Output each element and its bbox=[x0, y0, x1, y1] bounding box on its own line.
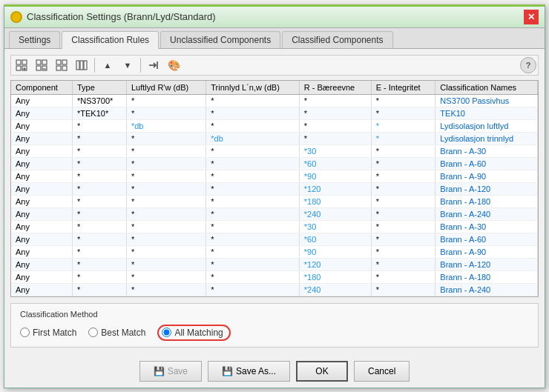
svg-rect-1 bbox=[22, 60, 27, 64]
tab-unclassified-components[interactable]: Unclassified Components bbox=[160, 31, 280, 48]
col-e-integritet: E - Integritet bbox=[371, 81, 435, 95]
table-row[interactable]: Any****240*Brann - A-240 bbox=[11, 283, 538, 296]
table-row[interactable]: Any****90*Brann - A-90 bbox=[11, 170, 538, 182]
cell-e_integritet: * bbox=[371, 170, 435, 182]
classification-table[interactable]: Component Type Luftlyd R'w (dB) Trinnlyd… bbox=[10, 80, 539, 297]
cell-classification_names: Brann - A-240 bbox=[435, 207, 538, 220]
save-as-icon: 💾 bbox=[222, 366, 233, 376]
cell-component: Any bbox=[11, 170, 73, 182]
color-button[interactable]: 🎨 bbox=[165, 57, 183, 73]
copy-row-button[interactable] bbox=[53, 57, 70, 73]
all-matching-highlighted: All Matching bbox=[157, 325, 230, 341]
cell-classification_names: Brann - A-30 bbox=[435, 144, 538, 157]
first-match-radio[interactable] bbox=[20, 328, 30, 337]
table-row[interactable]: Any****60*Brann - A-60 bbox=[11, 233, 538, 245]
cell-component: Any bbox=[11, 207, 73, 220]
table-row[interactable]: Any****180*Brann - A-180 bbox=[11, 270, 538, 283]
cell-type: *NS3700* bbox=[73, 94, 127, 107]
table-row[interactable]: Any****30*Brann - A-30 bbox=[11, 144, 538, 157]
best-match-option[interactable]: Best Match bbox=[88, 328, 145, 338]
import-button[interactable] bbox=[145, 57, 162, 73]
cell-trinnlyd: * bbox=[206, 245, 299, 258]
cell-luftlyd: * bbox=[126, 258, 206, 270]
cancel-button[interactable]: Cancel bbox=[354, 361, 410, 382]
cell-type: * bbox=[73, 283, 127, 296]
table-row[interactable]: Any****120*Brann - A-120 bbox=[11, 182, 538, 195]
tab-bar: Settings Classification Rules Unclassifi… bbox=[4, 28, 545, 49]
close-button[interactable]: ✕ bbox=[524, 10, 539, 24]
svg-rect-14 bbox=[62, 66, 67, 70]
best-match-label: Best Match bbox=[101, 328, 145, 338]
cell-luftlyd: * bbox=[126, 245, 206, 258]
cell-luftlyd: * bbox=[126, 182, 206, 195]
first-match-label: First Match bbox=[33, 328, 76, 338]
cell-classification_names: Lydisolasjon trinnlyd bbox=[435, 132, 538, 144]
cell-r_bæreevne: * bbox=[299, 107, 371, 119]
cell-trinnlyd: * bbox=[206, 157, 299, 170]
cell-luftlyd: * bbox=[126, 195, 206, 207]
cell-e_integritet: * bbox=[371, 283, 435, 296]
table-row[interactable]: Any**db***Lydisolasjon luftlyd bbox=[11, 119, 538, 132]
save-label: Save bbox=[168, 366, 188, 376]
table-row[interactable]: Any****30*Brann - A-30 bbox=[11, 220, 538, 233]
table-row[interactable]: Any****180*Brann - A-180 bbox=[11, 195, 538, 207]
cell-e_integritet: * bbox=[371, 195, 435, 207]
move-down-button[interactable]: ▼ bbox=[119, 57, 137, 73]
col-r-bæreevne: R - Bæreevne bbox=[299, 81, 371, 95]
table-row[interactable]: Any****60*Brann - A-60 bbox=[11, 157, 538, 170]
move-up-button[interactable]: ▲ bbox=[99, 57, 116, 73]
cell-e_integritet: * bbox=[371, 182, 435, 195]
cell-luftlyd: * bbox=[126, 132, 206, 144]
cell-component: Any bbox=[11, 220, 73, 233]
cell-type: *TEK10* bbox=[73, 107, 127, 119]
cell-component: Any bbox=[11, 107, 73, 119]
save-as-button[interactable]: 💾 Save As... bbox=[208, 361, 290, 382]
tab-classification-rules[interactable]: Classification Rules bbox=[62, 31, 159, 49]
table-row[interactable]: Any***db**Lydisolasjon trinnlyd bbox=[11, 132, 538, 144]
cell-e_integritet: * bbox=[371, 258, 435, 270]
all-matching-radio[interactable] bbox=[162, 328, 171, 337]
save-button[interactable]: 💾 Save bbox=[139, 361, 202, 382]
cell-luftlyd: * bbox=[126, 107, 206, 119]
table-row[interactable]: Any****90*Brann - A-90 bbox=[11, 245, 538, 258]
tab-settings[interactable]: Settings bbox=[9, 31, 60, 48]
help-button[interactable]: ? bbox=[520, 57, 536, 73]
cell-type: * bbox=[73, 119, 127, 132]
cell-classification_names: Lydisolasjon luftlyd bbox=[435, 119, 538, 132]
svg-rect-12 bbox=[62, 60, 67, 64]
cell-e_integritet: * bbox=[371, 132, 435, 144]
cell-classification_names: Brann - A-180 bbox=[435, 270, 538, 283]
cell-type: * bbox=[73, 270, 127, 283]
cell-component: Any bbox=[11, 283, 73, 296]
cell-luftlyd: * bbox=[126, 207, 206, 220]
columns-button[interactable] bbox=[73, 57, 91, 73]
best-match-radio[interactable] bbox=[88, 328, 98, 337]
table-row[interactable]: Any*NS3700*****NS3700 Passivhus bbox=[11, 94, 538, 107]
cell-component: Any bbox=[11, 157, 73, 170]
delete-row-button[interactable] bbox=[33, 57, 50, 73]
cell-e_integritet: * bbox=[371, 119, 435, 132]
table-row[interactable]: Any****240*Brann - A-240 bbox=[11, 207, 538, 220]
table-row[interactable]: Any*TEK10*****TEK10 bbox=[11, 107, 538, 119]
ok-label: OK bbox=[315, 366, 328, 376]
table-row[interactable]: Any****120*Brann - A-120 bbox=[11, 258, 538, 270]
cell-r_bæreevne: *240 bbox=[299, 207, 371, 220]
cell-trinnlyd: * bbox=[206, 170, 299, 182]
cell-e_integritet: * bbox=[371, 233, 435, 245]
classification-method-section: Classification Method First Match Best M… bbox=[10, 303, 539, 348]
cell-trinnlyd: * bbox=[206, 119, 299, 132]
cell-trinnlyd: * bbox=[206, 207, 299, 220]
first-match-option[interactable]: First Match bbox=[20, 328, 76, 338]
all-matching-option[interactable]: All Matching bbox=[162, 328, 223, 338]
classification-method-title: Classification Method bbox=[20, 310, 529, 319]
app-icon bbox=[10, 11, 22, 23]
ok-button[interactable]: OK bbox=[296, 361, 348, 382]
cell-e_integritet: * bbox=[371, 207, 435, 220]
tab-classified-components[interactable]: Classified Components bbox=[282, 31, 392, 48]
cell-component: Any bbox=[11, 245, 73, 258]
add-row-button[interactable] bbox=[13, 57, 30, 73]
cell-trinnlyd: * bbox=[206, 270, 299, 283]
cell-e_integritet: * bbox=[371, 220, 435, 233]
toolbar: ▲ ▼ 🎨 ? bbox=[10, 55, 539, 76]
cell-r_bæreevne: *30 bbox=[299, 220, 371, 233]
